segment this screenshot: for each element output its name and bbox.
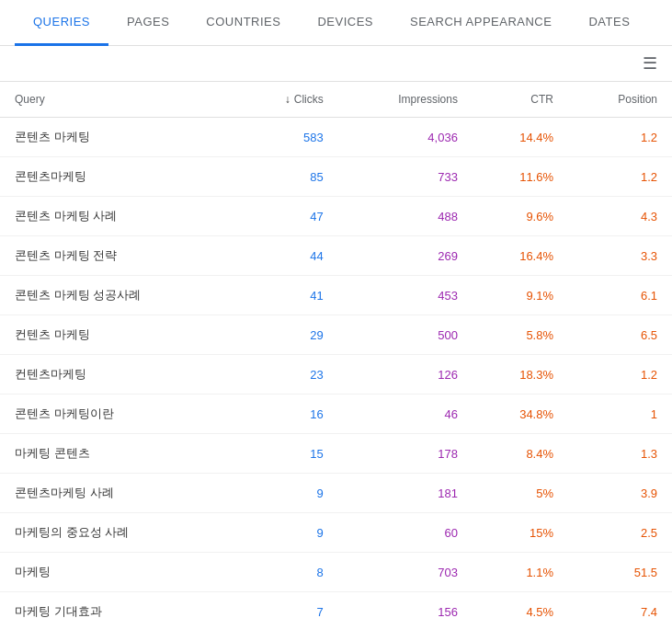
cell-ctr: 8.4% bbox=[473, 434, 568, 474]
cell-impressions: 181 bbox=[338, 474, 473, 513]
cell-clicks: 44 bbox=[235, 236, 338, 276]
table-row: 마케팅 기대효과71564.5%7.4 bbox=[0, 592, 672, 619]
tab-devices[interactable]: DEVICES bbox=[299, 0, 392, 46]
table-row: 컨텐츠 마케팅295005.8%6.5 bbox=[0, 315, 672, 355]
cell-impressions: 269 bbox=[338, 236, 473, 276]
cell-ctr: 14.4% bbox=[473, 118, 568, 157]
cell-position: 1.2 bbox=[568, 157, 672, 197]
cell-ctr: 4.5% bbox=[473, 592, 568, 619]
table-row: 콘텐츠 마케팅 사례474889.6%4.3 bbox=[0, 197, 672, 236]
cell-clicks: 8 bbox=[235, 553, 338, 592]
cell-impressions: 46 bbox=[338, 395, 473, 434]
table-header-row: Query ↓Clicks Impressions CTR Position bbox=[0, 82, 672, 118]
cell-position: 3.3 bbox=[568, 236, 672, 276]
table-row: 콘텐츠 마케팅5834,03614.4%1.2 bbox=[0, 118, 672, 157]
header-clicks[interactable]: ↓Clicks bbox=[235, 82, 338, 118]
header-query[interactable]: Query bbox=[0, 82, 235, 118]
cell-impressions: 178 bbox=[338, 434, 473, 474]
cell-impressions: 488 bbox=[338, 197, 473, 236]
cell-query: 컨텐츠 마케팅 bbox=[0, 315, 235, 355]
cell-impressions: 156 bbox=[338, 592, 473, 619]
table-row: 콘텐츠 마케팅 전략4426916.4%3.3 bbox=[0, 236, 672, 276]
header-position[interactable]: Position bbox=[568, 82, 672, 118]
cell-impressions: 500 bbox=[338, 315, 473, 355]
cell-ctr: 11.6% bbox=[473, 157, 568, 197]
cell-query: 콘텐츠마케팅 bbox=[0, 157, 235, 197]
cell-position: 6.1 bbox=[568, 276, 672, 315]
cell-impressions: 4,036 bbox=[338, 118, 473, 157]
cell-query: 콘텐츠 마케팅 성공사례 bbox=[0, 276, 235, 315]
cell-query: 마케팅 기대효과 bbox=[0, 592, 235, 619]
cell-position: 1.3 bbox=[568, 434, 672, 474]
cell-ctr: 16.4% bbox=[473, 236, 568, 276]
table-row: 콘텐츠 마케팅이란164634.8%1 bbox=[0, 395, 672, 434]
cell-impressions: 453 bbox=[338, 276, 473, 315]
filter-icon[interactable]: ☰ bbox=[643, 53, 657, 74]
cell-ctr: 9.1% bbox=[473, 276, 568, 315]
cell-ctr: 5% bbox=[473, 474, 568, 513]
cell-clicks: 7 bbox=[235, 592, 338, 619]
cell-query: 마케팅 콘텐츠 bbox=[0, 434, 235, 474]
cell-ctr: 5.8% bbox=[473, 315, 568, 355]
cell-position: 4.3 bbox=[568, 197, 672, 236]
cell-clicks: 85 bbox=[235, 157, 338, 197]
cell-ctr: 15% bbox=[473, 513, 568, 553]
data-table: Query ↓Clicks Impressions CTR Position 콘… bbox=[0, 82, 672, 618]
tab-bar: QUERIES PAGES COUNTRIES DEVICES SEARCH A… bbox=[0, 0, 672, 46]
cell-query: 콘텐츠 마케팅 bbox=[0, 118, 235, 157]
cell-position: 2.5 bbox=[568, 513, 672, 553]
table-row: 콘텐츠 마케팅 성공사례414539.1%6.1 bbox=[0, 276, 672, 315]
cell-clicks: 23 bbox=[235, 355, 338, 395]
cell-position: 3.9 bbox=[568, 474, 672, 513]
table-row: 컨텐츠마케팅2312618.3%1.2 bbox=[0, 355, 672, 395]
tab-search-appearance[interactable]: SEARCH APPEARANCE bbox=[392, 0, 570, 46]
cell-clicks: 47 bbox=[235, 197, 338, 236]
table-row: 콘텐츠마케팅 사례91815%3.9 bbox=[0, 474, 672, 513]
tab-countries[interactable]: COUNTRIES bbox=[188, 0, 299, 46]
cell-query: 마케팅의 중요성 사례 bbox=[0, 513, 235, 553]
tab-dates[interactable]: DATES bbox=[570, 0, 648, 46]
cell-query: 콘텐츠 마케팅 사례 bbox=[0, 197, 235, 236]
cell-query: 콘텐츠 마케팅 전략 bbox=[0, 236, 235, 276]
cell-clicks: 9 bbox=[235, 513, 338, 553]
cell-query: 콘텐츠 마케팅이란 bbox=[0, 395, 235, 434]
cell-query: 콘텐츠마케팅 사례 bbox=[0, 474, 235, 513]
header-impressions[interactable]: Impressions bbox=[338, 82, 473, 118]
cell-position: 51.5 bbox=[568, 553, 672, 592]
cell-position: 1 bbox=[568, 395, 672, 434]
cell-clicks: 9 bbox=[235, 474, 338, 513]
cell-clicks: 15 bbox=[235, 434, 338, 474]
cell-impressions: 733 bbox=[338, 157, 473, 197]
cell-query: 마케팅 bbox=[0, 553, 235, 592]
cell-query: 컨텐츠마케팅 bbox=[0, 355, 235, 395]
cell-ctr: 1.1% bbox=[473, 553, 568, 592]
tab-queries[interactable]: QUERIES bbox=[15, 0, 108, 46]
filter-row: ☰ bbox=[0, 46, 672, 82]
cell-clicks: 41 bbox=[235, 276, 338, 315]
cell-impressions: 703 bbox=[338, 553, 473, 592]
cell-position: 1.2 bbox=[568, 355, 672, 395]
cell-position: 1.2 bbox=[568, 118, 672, 157]
table-row: 마케팅87031.1%51.5 bbox=[0, 553, 672, 592]
cell-ctr: 18.3% bbox=[473, 355, 568, 395]
cell-ctr: 9.6% bbox=[473, 197, 568, 236]
table-row: 콘텐츠마케팅8573311.6%1.2 bbox=[0, 157, 672, 197]
header-ctr[interactable]: CTR bbox=[473, 82, 568, 118]
cell-impressions: 126 bbox=[338, 355, 473, 395]
cell-clicks: 583 bbox=[235, 118, 338, 157]
cell-position: 6.5 bbox=[568, 315, 672, 355]
cell-ctr: 34.8% bbox=[473, 395, 568, 434]
cell-impressions: 60 bbox=[338, 513, 473, 553]
tab-pages[interactable]: PAGES bbox=[108, 0, 188, 46]
cell-clicks: 16 bbox=[235, 395, 338, 434]
cell-clicks: 29 bbox=[235, 315, 338, 355]
table-row: 마케팅의 중요성 사례96015%2.5 bbox=[0, 513, 672, 553]
cell-position: 7.4 bbox=[568, 592, 672, 619]
table-row: 마케팅 콘텐츠151788.4%1.3 bbox=[0, 434, 672, 474]
